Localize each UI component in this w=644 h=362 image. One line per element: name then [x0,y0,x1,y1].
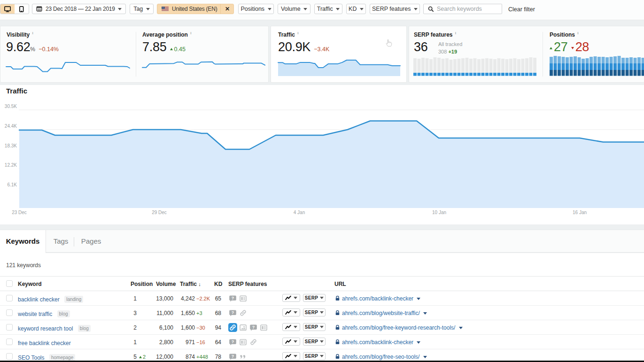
svg-text:?: ? [232,296,234,300]
svg-text:?: ? [232,354,234,359]
svg-text:?: ? [232,310,234,315]
svg-text:?: ? [232,339,234,344]
svg-text:?: ? [252,325,255,330]
